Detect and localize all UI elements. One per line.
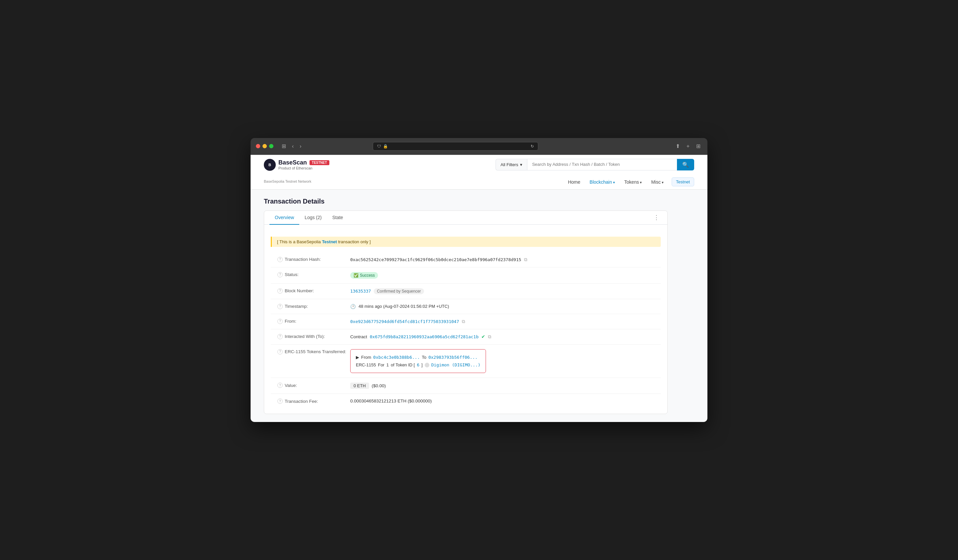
from-value: 0xe923d6775294dd6fd54fcd81cf1f7750339310… (350, 319, 654, 324)
browser-window: ⊞ ‹ › 🛡 🔒 ↻ ⬆ + ⊞ B (251, 138, 707, 422)
close-button[interactable] (256, 144, 260, 148)
tab-state[interactable]: State (327, 211, 349, 225)
lock-icon: 🔒 (383, 144, 388, 149)
value-help-icon[interactable]: ? (278, 382, 283, 388)
more-options-button[interactable]: ⋮ (651, 211, 662, 224)
block-label: ? Block Number: (278, 288, 350, 293)
chevron-down-icon: ▾ (520, 162, 522, 167)
block-row: ? Block Number: 13635337 Confirmed by Se… (271, 284, 661, 299)
fee-text: 0.00030465832121213 ETH ($0.000000) (350, 398, 431, 403)
alert-banner: [ This is a BaseSepolia Testnet transact… (271, 236, 661, 247)
minimize-button[interactable] (263, 144, 267, 148)
nav-blockchain[interactable]: Blockchain (585, 178, 619, 187)
logo-icon: B (264, 159, 276, 171)
page-content: B BaseScan TESTNET Product of Etherscan (251, 155, 707, 422)
alert-suffix: transaction only ] (337, 239, 371, 244)
verified-icon: ✔ (481, 334, 485, 339)
status-value: ✅ Success (350, 272, 654, 279)
hash-help-icon[interactable]: ? (278, 257, 283, 262)
clock-icon: 🕐 (350, 304, 356, 309)
from-row: ? From: 0xe923d6775294dd6fd54fcd81cf1f77… (271, 314, 661, 329)
search-input-wrap (527, 159, 677, 170)
network-label: BaseSepolia Testnet Network (264, 179, 311, 183)
status-badge: ✅ Success (350, 272, 378, 279)
erc-to-address[interactable]: 0x2983793b56ff06... (428, 354, 478, 361)
search-icon: 🔍 (682, 162, 689, 168)
maximize-button[interactable] (269, 144, 273, 148)
eth-value: 0 ETH (350, 382, 369, 389)
fee-value: 0.00030465832121213 ETH ($0.000000) (350, 398, 654, 403)
block-value: 13635337 Confirmed by Sequencer (350, 288, 654, 294)
fee-help-icon[interactable]: ? (278, 398, 283, 404)
new-tab-button[interactable]: + (685, 143, 691, 150)
erc-token-name-link[interactable]: Digimon (DIGIMO...) (431, 361, 481, 369)
hash-text: 0xac5625242ce7099279ac1fc9629f06c5b0dcec… (350, 257, 521, 262)
sequencer-badge: Confirmed by Sequencer (374, 288, 424, 294)
usd-value: ($0.00) (372, 383, 386, 388)
interacted-help-icon[interactable]: ? (278, 334, 283, 339)
filter-label: All Filters (501, 162, 518, 167)
contract-prefix: Contract (350, 334, 367, 339)
nav-home[interactable]: Home (564, 178, 584, 187)
nav-misc[interactable]: Misc (647, 178, 668, 187)
timestamp-help-icon[interactable]: ? (278, 304, 283, 309)
copy-hash-icon[interactable]: ⧉ (524, 257, 527, 262)
sidebar-toggle-button[interactable]: ⊞ (280, 142, 288, 150)
value-value: 0 ETH ($0.00) (350, 382, 654, 389)
site-header: B BaseScan TESTNET Product of Etherscan (251, 155, 707, 190)
search-button[interactable]: 🔍 (677, 159, 694, 170)
tab-overview[interactable]: Overview (270, 211, 299, 225)
tab-overview-button[interactable]: ⊞ (695, 142, 702, 150)
forward-button[interactable]: › (298, 143, 303, 150)
check-icon: ✅ (354, 273, 358, 278)
back-button[interactable]: ‹ (290, 143, 295, 150)
status-label: ? Status: (278, 272, 350, 278)
timestamp-row: ? Timestamp: 🕐 48 mins ago (Aug-07-2024 … (271, 299, 661, 314)
testnet-button[interactable]: Testnet (672, 178, 694, 186)
status-row: ? Status: ✅ Success (271, 267, 661, 284)
block-help-icon[interactable]: ? (278, 288, 283, 293)
erc-token-prefix: of Token ID [ (391, 361, 415, 369)
fee-row: ? Transaction Fee: 0.00030465832121213 E… (271, 394, 661, 408)
transaction-card: Overview Logs (2) State ⋮ [ This is a Ba… (264, 211, 668, 414)
header-nav: Home Blockchain Tokens Misc Testnet (564, 175, 694, 189)
page-title: Transaction Details (264, 198, 668, 205)
erc-from-address[interactable]: 0xbc4c3e0b388b6... (373, 354, 420, 361)
erc-row: ? ERC-1155 Tokens Transferred: ▶ From 0x… (271, 344, 661, 378)
traffic-lights (256, 144, 273, 148)
from-help-icon[interactable]: ? (278, 319, 283, 324)
filter-dropdown[interactable]: All Filters ▾ (496, 159, 527, 170)
timestamp-text: 48 mins ago (Aug-07-2024 01:56:02 PM +UT… (358, 304, 449, 309)
erc-token-id-link[interactable]: 6 (417, 361, 419, 369)
token-icon (425, 363, 429, 367)
transfer-row-token: ERC-1155 For 1 of Token ID [6] Digimon (… (356, 361, 480, 369)
search-input[interactable] (527, 159, 677, 170)
tabs-bar: Overview Logs (2) State ⋮ (264, 211, 667, 225)
block-number-link[interactable]: 13635337 (350, 289, 371, 293)
copy-from-icon[interactable]: ⧉ (462, 319, 465, 324)
tab-logs[interactable]: Logs (2) (299, 211, 327, 225)
erc-label: ? ERC-1155 Tokens Transferred: (278, 349, 350, 354)
erc-from-label: From (361, 354, 371, 361)
address-bar[interactable]: 🛡 🔒 ↻ (373, 142, 538, 151)
copy-contract-icon[interactable]: ⧉ (488, 334, 491, 339)
shield-icon: 🛡 (377, 144, 381, 149)
reload-icon[interactable]: ↻ (531, 144, 534, 149)
hash-row: ? Transaction Hash: 0xac5625242ce7099279… (271, 252, 661, 267)
logo-area[interactable]: B BaseScan TESTNET Product of Etherscan (264, 159, 329, 171)
erc-token-suffix: ] (421, 361, 423, 369)
header-top: B BaseScan TESTNET Product of Etherscan (264, 155, 694, 175)
browser-controls: ⊞ ‹ › (280, 142, 303, 150)
from-address-link[interactable]: 0xe923d6775294dd6fd54fcd81cf1f7750339310… (350, 319, 459, 324)
logo-text: BaseScan (278, 159, 307, 166)
fee-label: ? Transaction Fee: (278, 398, 350, 404)
logo-subtitle: Product of Etherscan (278, 166, 329, 170)
right-controls: ⬆ + ⊞ (674, 142, 702, 150)
nav-tokens[interactable]: Tokens (620, 178, 646, 187)
share-button[interactable]: ⬆ (674, 142, 682, 150)
status-help-icon[interactable]: ? (278, 272, 283, 278)
search-area: All Filters ▾ 🔍 (496, 159, 694, 170)
contract-address-link[interactable]: 0x675fd9b8a28211960932aa6906a5cd62f281ac… (370, 334, 479, 339)
testnet-badge: TESTNET (309, 160, 329, 165)
erc-help-icon[interactable]: ? (278, 349, 283, 354)
